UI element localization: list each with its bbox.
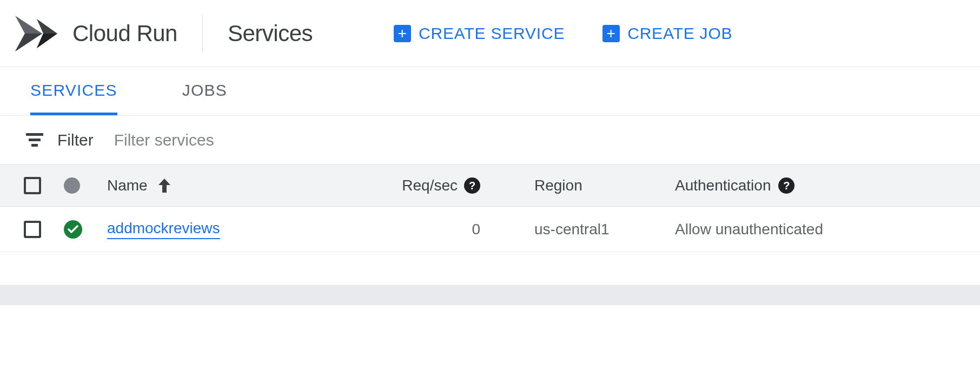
column-header-name[interactable]: Name	[107, 177, 340, 194]
filter-bar: Filter	[0, 116, 980, 164]
status-ok-icon	[64, 220, 82, 239]
column-name-label: Name	[107, 177, 148, 194]
column-header-region[interactable]: Region	[480, 177, 643, 194]
create-service-label: CREATE SERVICE	[419, 24, 565, 43]
svg-rect-5	[29, 139, 41, 141]
cell-reqsec: 0	[340, 221, 480, 238]
header-divider	[202, 15, 203, 52]
tabs-bar: SERVICES JOBS	[0, 67, 980, 116]
row-checkbox[interactable]	[24, 221, 41, 238]
column-auth-label: Authentication	[675, 177, 771, 194]
column-header-auth[interactable]: Authentication ?	[643, 177, 956, 194]
plus-icon: +	[602, 25, 620, 42]
cloud-run-logo-icon	[15, 16, 57, 51]
column-reqsec-label: Req/sec	[402, 177, 458, 194]
create-job-label: CREATE JOB	[627, 24, 732, 43]
table-header-row: Name Req/sec ? Region Authentication ?	[0, 164, 980, 207]
status-column-icon	[64, 177, 80, 194]
cell-auth: Allow unauthenticated	[643, 221, 956, 238]
filter-input[interactable]	[108, 131, 954, 149]
plus-icon: +	[394, 25, 411, 42]
page-title: Services	[228, 21, 313, 47]
cell-region: us-central1	[480, 221, 643, 238]
services-table: Name Req/sec ? Region Authentication ?	[0, 164, 980, 286]
svg-rect-6	[31, 144, 38, 147]
create-service-button[interactable]: + CREATE SERVICE	[394, 24, 565, 43]
bottom-shade	[0, 286, 980, 305]
filter-label: Filter	[57, 131, 94, 149]
table-row: addmockreviews 0 us-central1 Allow unaut…	[0, 207, 980, 252]
svg-marker-1	[15, 34, 42, 51]
select-all-checkbox[interactable]	[24, 177, 41, 194]
column-header-reqsec[interactable]: Req/sec ?	[340, 177, 480, 194]
create-job-button[interactable]: + CREATE JOB	[602, 24, 732, 43]
tab-services[interactable]: SERVICES	[30, 67, 117, 115]
header-bar: Cloud Run Services + CREATE SERVICE + CR…	[0, 0, 980, 67]
header-actions: + CREATE SERVICE + CREATE JOB	[394, 24, 732, 43]
product-title: Cloud Run	[72, 21, 177, 47]
svg-marker-3	[37, 34, 57, 48]
filter-icon	[26, 133, 43, 147]
svg-rect-4	[26, 133, 43, 136]
product-block: Cloud Run	[15, 16, 177, 51]
sort-arrow-up-icon	[157, 177, 171, 194]
help-icon[interactable]: ?	[778, 177, 794, 194]
service-name-link[interactable]: addmockreviews	[107, 220, 220, 239]
tab-jobs[interactable]: JOBS	[182, 67, 227, 115]
column-region-label: Region	[534, 177, 582, 194]
help-icon[interactable]: ?	[464, 177, 480, 194]
table-footer-gap	[0, 252, 980, 286]
